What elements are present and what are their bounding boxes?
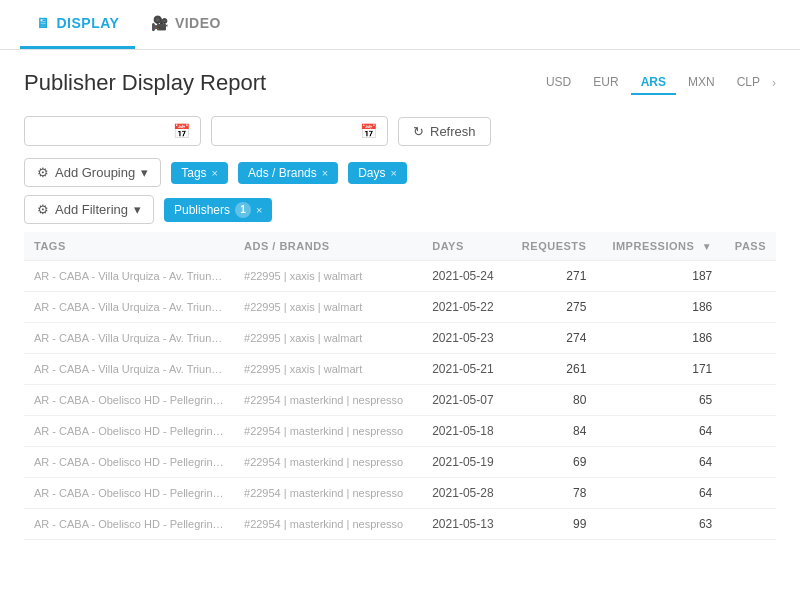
video-icon: 🎥 [151, 15, 169, 31]
refresh-label: Refresh [430, 124, 476, 139]
cell-brands: #22954 | masterkind | nespresso [234, 385, 422, 416]
filtering-row: ⚙ Add Filtering ▾ Publishers 1 × [24, 195, 776, 224]
controls-row: 2021-05-01 00 📅 2021-06-04 23 📅 ↻ Refres… [24, 116, 776, 146]
cell-days: 2021-05-13 [422, 509, 507, 540]
col-header-pass: PASS [722, 232, 776, 261]
cell-requests: 261 [508, 354, 597, 385]
col-header-tags: TAGS [24, 232, 234, 261]
date-end-input[interactable]: 2021-06-04 23 [222, 124, 352, 139]
chip-publishers-badge: 1 [235, 202, 251, 218]
data-table: TAGS ADS / BRANDS DAYS REQUESTS IMPRESSI… [24, 232, 776, 540]
chip-days-close[interactable]: × [391, 167, 397, 179]
cell-impressions: 186 [596, 323, 722, 354]
refresh-button[interactable]: ↻ Refresh [398, 117, 491, 146]
cell-impressions: 65 [596, 385, 722, 416]
cell-days: 2021-05-19 [422, 447, 507, 478]
add-grouping-button[interactable]: ⚙ Add Grouping ▾ [24, 158, 161, 187]
cell-tags: AR - CABA - Villa Urquiza - Av. Triunvir… [24, 261, 234, 292]
table-row: AR - CABA - Obelisco HD - Pellegrini 421… [24, 385, 776, 416]
cell-brands: #22954 | masterkind | nespresso [234, 478, 422, 509]
chevron-down-filter-icon: ▾ [134, 202, 141, 217]
cell-brands: #22995 | xaxis | walmart [234, 261, 422, 292]
sort-impressions-icon: ▼ [702, 241, 712, 252]
currency-clp[interactable]: CLP [727, 71, 770, 95]
cell-brands: #22954 | masterkind | nespresso [234, 416, 422, 447]
cell-requests: 84 [508, 416, 597, 447]
tab-video-label: VIDEO [175, 15, 221, 31]
cell-pass [722, 323, 776, 354]
tab-video[interactable]: 🎥 VIDEO [135, 0, 237, 49]
currency-more[interactable]: › [772, 76, 776, 90]
cell-pass [722, 385, 776, 416]
data-table-wrapper: TAGS ADS / BRANDS DAYS REQUESTS IMPRESSI… [24, 232, 776, 540]
cell-days: 2021-05-18 [422, 416, 507, 447]
chip-ads-brands-label: Ads / Brands [248, 166, 317, 180]
table-row: AR - CABA - Villa Urquiza - Av. Triunvir… [24, 354, 776, 385]
cell-pass [722, 261, 776, 292]
currency-ars[interactable]: ARS [631, 71, 676, 95]
cell-requests: 275 [508, 292, 597, 323]
chip-ads-brands-close[interactable]: × [322, 167, 328, 179]
cell-brands: #22954 | masterkind | nespresso [234, 509, 422, 540]
cell-days: 2021-05-24 [422, 261, 507, 292]
tab-display[interactable]: 🖥 DISPLAY [20, 0, 135, 49]
col-header-days: DAYS [422, 232, 507, 261]
currency-usd[interactable]: USD [536, 71, 581, 95]
calendar-end-icon[interactable]: 📅 [360, 123, 377, 139]
cell-brands: #22954 | masterkind | nespresso [234, 447, 422, 478]
chip-publishers-label: Publishers [174, 203, 230, 217]
cell-impressions: 64 [596, 478, 722, 509]
cell-impressions: 186 [596, 292, 722, 323]
cell-requests: 274 [508, 323, 597, 354]
currency-mxn[interactable]: MXN [678, 71, 725, 95]
cell-tags: AR - CABA - Villa Urquiza - Av. Triunvir… [24, 292, 234, 323]
cell-days: 2021-05-22 [422, 292, 507, 323]
col-header-ads-brands: ADS / BRANDS [234, 232, 422, 261]
table-row: AR - CABA - Obelisco HD - Pellegrini 421… [24, 416, 776, 447]
chip-tags-close[interactable]: × [212, 167, 218, 179]
grouping-row: ⚙ Add Grouping ▾ Tags × Ads / Brands × D… [24, 158, 776, 187]
table-row: AR - CABA - Obelisco HD - Pellegrini 421… [24, 478, 776, 509]
cell-days: 2021-05-21 [422, 354, 507, 385]
cell-days: 2021-05-28 [422, 478, 507, 509]
refresh-icon: ↻ [413, 124, 424, 139]
chip-tags-label: Tags [181, 166, 206, 180]
table-row: AR - CABA - Villa Urquiza - Av. Triunvir… [24, 292, 776, 323]
currency-eur[interactable]: EUR [583, 71, 628, 95]
cell-brands: #22995 | xaxis | walmart [234, 292, 422, 323]
cell-days: 2021-05-23 [422, 323, 507, 354]
cell-pass [722, 292, 776, 323]
date-start-input[interactable]: 2021-05-01 00 [35, 124, 165, 139]
cell-impressions: 64 [596, 416, 722, 447]
cell-requests: 99 [508, 509, 597, 540]
cell-tags: AR - CABA - Obelisco HD - Pellegrini 421 [24, 385, 234, 416]
cell-tags: AR - CABA - Obelisco HD - Pellegrini 421 [24, 509, 234, 540]
chip-publishers-close[interactable]: × [256, 204, 262, 216]
currency-selector: USD EUR ARS MXN CLP › [536, 71, 776, 95]
cell-pass [722, 509, 776, 540]
cell-brands: #22995 | xaxis | walmart [234, 354, 422, 385]
cell-impressions: 187 [596, 261, 722, 292]
cell-requests: 69 [508, 447, 597, 478]
cell-tags: AR - CABA - Obelisco HD - Pellegrini 421 [24, 478, 234, 509]
chip-ads-brands: Ads / Brands × [238, 162, 338, 184]
calendar-start-icon[interactable]: 📅 [173, 123, 190, 139]
cell-pass [722, 416, 776, 447]
cell-tags: AR - CABA - Obelisco HD - Pellegrini 421 [24, 447, 234, 478]
chevron-down-icon: ▾ [141, 165, 148, 180]
col-header-impressions[interactable]: IMPRESSIONS ▼ [596, 232, 722, 261]
add-filtering-button[interactable]: ⚙ Add Filtering ▾ [24, 195, 154, 224]
cell-requests: 78 [508, 478, 597, 509]
cell-pass [722, 447, 776, 478]
cell-days: 2021-05-07 [422, 385, 507, 416]
cell-requests: 271 [508, 261, 597, 292]
chip-publishers: Publishers 1 × [164, 198, 272, 222]
add-filtering-label: Add Filtering [55, 202, 128, 217]
chip-days-label: Days [358, 166, 385, 180]
cell-pass [722, 478, 776, 509]
cell-impressions: 63 [596, 509, 722, 540]
table-row: AR - CABA - Villa Urquiza - Av. Triunvir… [24, 261, 776, 292]
table-row: AR - CABA - Obelisco HD - Pellegrini 421… [24, 447, 776, 478]
chip-tags: Tags × [171, 162, 228, 184]
header-row: Publisher Display Report USD EUR ARS MXN… [24, 70, 776, 96]
